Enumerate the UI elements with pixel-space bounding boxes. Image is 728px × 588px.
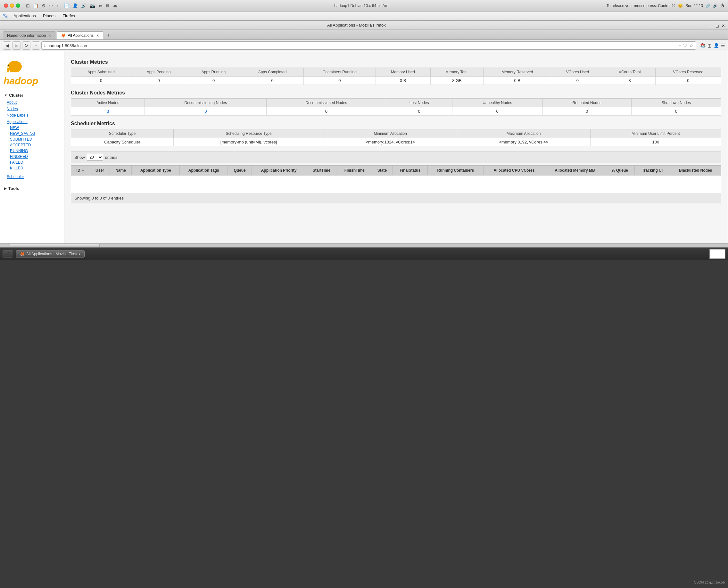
display-icon[interactable]: 🖥 (105, 3, 110, 8)
address-bar[interactable]: ℹ hadoop1:8088/cluster ··· ♡ ☆ (41, 41, 696, 50)
back-icon[interactable]: ⬅ (98, 3, 102, 8)
more-icon[interactable]: ··· (678, 43, 681, 48)
tools-arrow-icon: ▶ (4, 187, 7, 190)
col-application-type[interactable]: Application Type (132, 166, 180, 175)
val-scheduling-resource-type: [memory-mb (unit=Mi), vcores] (174, 138, 324, 146)
traffic-lights[interactable] (4, 3, 20, 8)
sidebar-newsaving-link[interactable]: NEW_SAVING (3, 131, 64, 136)
arrow-icon[interactable]: ↩ (49, 3, 53, 8)
sidebar-scheduler-link[interactable]: Scheduler (7, 173, 58, 180)
col-id[interactable]: ID ▼ (71, 166, 90, 175)
horizontal-scrollbar[interactable] (0, 244, 728, 247)
val-vcores-reserved: 0 (655, 77, 721, 85)
sidebar-tools-header[interactable]: ▶ Tools (0, 185, 64, 192)
os-status-area: To release your mouse press: Control-⌘ 😊… (607, 3, 724, 8)
col-unhealthy-nodes: Unhealthy Nodes (452, 99, 543, 107)
volume-icon: 🔊 (713, 3, 718, 8)
menu-places[interactable]: Places (40, 13, 59, 19)
desktop-icon: ⬛ (5, 252, 10, 256)
sidebar-submitted-link[interactable]: SUBMITTED (3, 136, 64, 142)
close-btn[interactable]: ✕ (722, 23, 725, 28)
col-vcores-used: VCores Used (551, 68, 604, 77)
menu-firefox[interactable]: Firefox (59, 13, 79, 19)
menu-applications[interactable]: Applications (10, 13, 39, 19)
sidebar-killed-link[interactable]: KILLED (3, 165, 64, 171)
sidebar-new-link[interactable]: NEW (3, 125, 64, 131)
bookmark-icon[interactable]: ♡ (683, 43, 687, 48)
home-button[interactable]: ⌂ (32, 41, 40, 50)
sidebar-icon[interactable]: ◫ (707, 43, 712, 48)
show-label: Show (74, 155, 85, 160)
col-running-containers[interactable]: Running Containers (428, 166, 484, 175)
col-blacklisted-nodes[interactable]: Blacklisted Nodes (670, 166, 721, 175)
sidebar-running-link[interactable]: RUNNING (3, 148, 64, 154)
col-application-priority[interactable]: Application Priority (252, 166, 306, 175)
close-window-button[interactable] (4, 3, 8, 8)
taskbar-show-desktop-button[interactable]: ⬛ (3, 250, 13, 257)
sidebar-applications-link[interactable]: Applications (0, 119, 64, 125)
col-finalstatus[interactable]: FinalStatus (392, 166, 428, 175)
sidebar-failed-link[interactable]: FAILED (3, 160, 64, 165)
minimize-window-button[interactable] (10, 3, 14, 8)
back-button[interactable]: ◀ (3, 41, 11, 50)
col-queue[interactable]: Queue (228, 166, 252, 175)
col-memory-reserved: Memory Reserved (484, 68, 551, 77)
main-content: Cluster Metrics Apps Submitted Apps Pend… (64, 51, 728, 244)
tab-allapps[interactable]: 🦊 All Applications ✕ (57, 31, 104, 39)
col-finishtime[interactable]: FinishTime (337, 166, 372, 175)
entries-select[interactable]: 20 50 100 (87, 154, 103, 161)
tab-namenode[interactable]: Namenode information ✕ (3, 31, 56, 39)
os-top-bar: ⊞ 📋 ⚙ ↩ ↔ 📄 👤 🔊 📷 ⬅ 🖥 ⏏ hadoop1 Debian 1… (0, 0, 728, 12)
sidebar-nodes-link[interactable]: Nodes (0, 106, 64, 112)
reload-button[interactable]: ↻ (22, 41, 31, 50)
col-progress[interactable]: % Queue (605, 166, 635, 175)
scrollbar-thumb[interactable] (10, 244, 100, 247)
svg-rect-2 (7, 68, 9, 72)
val-decommissioning-nodes[interactable]: 0 (145, 107, 267, 115)
tab-namenode-close[interactable]: ✕ (48, 34, 52, 38)
star-icon[interactable]: ☆ (689, 43, 693, 48)
col-application-tags[interactable]: Application Tags (180, 166, 228, 175)
maximize-window-button[interactable] (16, 3, 20, 8)
window-preview[interactable] (709, 249, 725, 259)
window-switcher-icon[interactable]: ⊞ (26, 3, 30, 8)
col-name[interactable]: Name (109, 166, 132, 175)
document-icon[interactable]: 📄 (64, 3, 69, 8)
cluster-nodes-title: Cluster Nodes Metrics (71, 90, 721, 96)
tab-bar: Namenode information ✕ 🦊 All Application… (0, 30, 728, 40)
restore-btn[interactable]: ◻ (715, 23, 719, 28)
col-vcores-total: VCores Total (604, 68, 655, 77)
profile-icon[interactable]: 👤 (713, 43, 719, 48)
val-active-nodes[interactable]: 3 (71, 107, 145, 115)
tab-allapps-close[interactable]: ✕ (96, 34, 100, 38)
menu-icon[interactable]: ☰ (721, 43, 725, 48)
clipboard-icon[interactable]: 📋 (33, 3, 38, 8)
sidebar-finished-link[interactable]: FINISHED (3, 154, 64, 160)
col-state[interactable]: State (372, 166, 392, 175)
col-rebooted-nodes: Rebooted Nodes (543, 99, 631, 107)
speaker-icon[interactable]: 🔊 (81, 3, 86, 8)
camera-icon[interactable]: 📷 (90, 3, 95, 8)
usb-icon[interactable]: ⏏ (113, 3, 117, 8)
sidebar-accepted-link[interactable]: ACCEPTED (3, 142, 64, 148)
sidebar-nodelabels-link[interactable]: Node Labels (0, 112, 64, 119)
val-maximum-allocation: <memory:8192, vCores:4> (457, 138, 590, 146)
forward-button[interactable]: ▶ (13, 41, 21, 50)
double-arrow-icon[interactable]: ↔ (56, 3, 61, 8)
minimize-btn[interactable]: ─ (710, 23, 713, 28)
sidebar-about-link[interactable]: About (0, 99, 64, 106)
cluster-arrow-icon: ▼ (4, 93, 7, 97)
library-icon[interactable]: 📚 (700, 43, 706, 48)
taskbar-firefox-item[interactable]: 🦊 All Applications - Mozilla Firefox (16, 250, 85, 257)
settings-icon[interactable]: ⚙ (42, 3, 46, 8)
col-user[interactable]: User (90, 166, 109, 175)
col-decommissioned-nodes: Decommissioned Nodes (267, 99, 386, 107)
col-scheduling-resource-type: Scheduling Resource Type (174, 129, 324, 138)
col-starttime[interactable]: StartTime (306, 166, 338, 175)
new-tab-button[interactable]: + (104, 31, 113, 39)
col-allocated-memory[interactable]: Allocated Memory MB (545, 166, 605, 175)
col-allocated-cpu[interactable]: Allocated CPU VCores (484, 166, 545, 175)
person-icon[interactable]: 👤 (73, 3, 78, 8)
sidebar-cluster-header[interactable]: ▼ Cluster (0, 91, 64, 99)
col-tracking-ui[interactable]: Tracking UI (635, 166, 670, 175)
